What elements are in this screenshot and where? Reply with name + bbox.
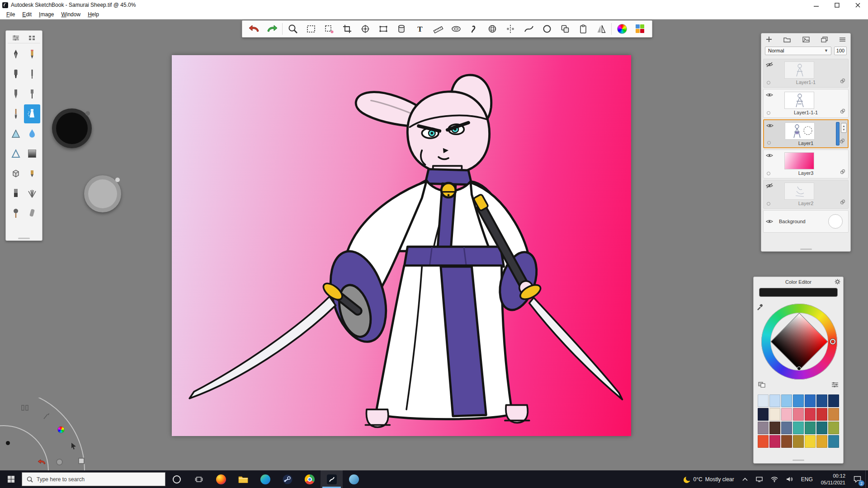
color-swatch[interactable] xyxy=(828,408,839,421)
color-swatch[interactable] xyxy=(816,435,827,448)
lagoon-dot[interactable] xyxy=(3,438,13,448)
eye-visible-icon[interactable] xyxy=(766,153,773,159)
drawing-canvas[interactable] xyxy=(172,55,631,436)
symmetry-tool[interactable] xyxy=(502,21,519,37)
layer-row-layer1-1[interactable]: Layer1-1 xyxy=(763,59,849,88)
menu-edit[interactable]: Edit xyxy=(19,10,35,19)
eye-visible-icon[interactable] xyxy=(766,219,773,225)
color-swatch[interactable] xyxy=(805,394,816,407)
color-swatch[interactable] xyxy=(816,422,827,434)
color-compare-icon[interactable] xyxy=(758,382,765,389)
current-color-bar[interactable] xyxy=(759,288,838,297)
menu-image[interactable]: Image xyxy=(35,10,57,19)
close-button[interactable] xyxy=(847,0,868,10)
color-wheel-button[interactable] xyxy=(614,21,630,37)
brush-stub-pencil[interactable] xyxy=(24,164,40,183)
color-swatch[interactable] xyxy=(769,408,780,421)
layer-link-icon[interactable] xyxy=(840,138,845,145)
tray-display[interactable] xyxy=(752,470,767,488)
clock[interactable]: 00:12 05/11/2021 xyxy=(817,470,849,488)
brush-smudge[interactable] xyxy=(24,204,40,223)
french-curve-tool[interactable] xyxy=(466,21,482,37)
layer-link-icon[interactable] xyxy=(840,199,845,206)
layer-folder-icon[interactable] xyxy=(783,37,791,42)
brush-pencil[interactable] xyxy=(24,45,40,64)
layer-stack-icon[interactable] xyxy=(821,37,828,42)
brush-triangle[interactable] xyxy=(8,144,24,163)
task-view-button[interactable] xyxy=(188,470,210,488)
tray-volume[interactable] xyxy=(782,470,797,488)
minimize-button[interactable] xyxy=(806,0,826,10)
lagoon-cursor-icon[interactable] xyxy=(69,441,79,451)
layer-row-layer1-selected[interactable]: Layer1 ▲▼ xyxy=(763,119,849,148)
cortana-button[interactable] xyxy=(165,470,188,488)
layer-opacity-slider[interactable] xyxy=(836,122,840,145)
brush-liner[interactable] xyxy=(24,65,40,84)
ruler-tool[interactable] xyxy=(430,21,446,37)
color-swatch[interactable] xyxy=(793,394,804,407)
layer-opacity-slider-handle[interactable]: ▲▼ xyxy=(841,123,847,133)
lagoon-brush-icon[interactable] xyxy=(42,411,52,421)
layer-row-layer1-1-1[interactable]: Layer1-1-1 xyxy=(763,89,849,118)
eyedropper-icon[interactable] xyxy=(756,303,764,311)
layer-row-layer3[interactable]: Layer3 xyxy=(763,150,849,178)
brush-felt-pen[interactable] xyxy=(8,84,24,103)
color-swatch[interactable] xyxy=(781,435,792,448)
color-swatch[interactable] xyxy=(758,435,769,448)
lagoon-square-icon[interactable] xyxy=(76,456,86,466)
taskbar-app-firefox[interactable] xyxy=(210,470,232,488)
menu-window[interactable]: Window xyxy=(57,10,84,19)
shapes-tool[interactable] xyxy=(557,21,573,37)
eye-hidden-icon[interactable] xyxy=(766,183,773,189)
menu-help[interactable]: Help xyxy=(84,10,103,19)
language-indicator[interactable]: ENG xyxy=(797,470,817,488)
layer-row-layer2[interactable]: Layer2 xyxy=(763,180,849,209)
lagoon-circle-icon[interactable] xyxy=(54,457,64,467)
brush-paintbrush[interactable] xyxy=(8,104,24,123)
menu-file[interactable]: File xyxy=(3,10,19,19)
lagoon-undo-icon[interactable] xyxy=(37,457,47,467)
eye-visible-icon[interactable] xyxy=(766,92,773,99)
eye-hidden-icon[interactable] xyxy=(766,62,773,68)
add-layer-icon[interactable] xyxy=(766,36,772,42)
taskbar-app-paint[interactable] xyxy=(343,470,365,488)
color-swatch[interactable] xyxy=(758,422,769,434)
clipboard-tool[interactable] xyxy=(575,21,591,37)
palette-drag-handle[interactable] xyxy=(6,238,42,239)
distort-tool[interactable] xyxy=(357,21,373,37)
color-swatch[interactable] xyxy=(828,422,839,434)
eye-visible-icon[interactable] xyxy=(766,123,774,129)
zoom-tool[interactable] xyxy=(285,21,301,37)
taskbar-app-sketchbook-active[interactable] xyxy=(321,470,343,488)
color-swatch[interactable] xyxy=(793,435,804,448)
color-swatch[interactable] xyxy=(769,394,780,407)
color-swatch[interactable] xyxy=(816,408,827,421)
color-editor-drag-handle[interactable] xyxy=(754,460,843,461)
color-swatch[interactable] xyxy=(828,394,839,407)
layer-opacity-field[interactable]: 100 xyxy=(834,47,847,55)
action-center-button[interactable]: 2 xyxy=(849,470,865,488)
color-swatch[interactable] xyxy=(828,435,839,448)
layer-row-background[interactable]: Background xyxy=(763,210,849,233)
brush-opacity-puck[interactable] xyxy=(84,175,121,212)
show-desktop-button[interactable] xyxy=(865,470,868,488)
magic-select-tool[interactable] xyxy=(321,21,337,37)
ellipse-guide-tool[interactable] xyxy=(448,21,464,37)
color-sliders-icon[interactable] xyxy=(831,382,839,389)
layer-image-icon[interactable] xyxy=(802,37,810,42)
color-swatch[interactable] xyxy=(816,394,827,407)
maximize-button[interactable] xyxy=(826,0,847,10)
value-indicator[interactable] xyxy=(797,366,801,371)
color-swatch[interactable] xyxy=(769,422,780,434)
redo-button[interactable] xyxy=(264,21,280,37)
color-swatch[interactable] xyxy=(805,408,816,421)
color-swatch[interactable] xyxy=(793,422,804,434)
brush-size-puck[interactable] xyxy=(52,108,92,148)
fill-tool[interactable] xyxy=(393,21,410,37)
gear-icon[interactable] xyxy=(835,279,840,286)
brush-airbrush-selected[interactable] xyxy=(24,104,40,123)
brush-round[interactable] xyxy=(8,204,24,223)
color-swatch[interactable] xyxy=(781,408,792,421)
brush-flat[interactable] xyxy=(8,184,24,203)
weather-widget[interactable]: 0°C Mostly clear xyxy=(679,470,738,488)
